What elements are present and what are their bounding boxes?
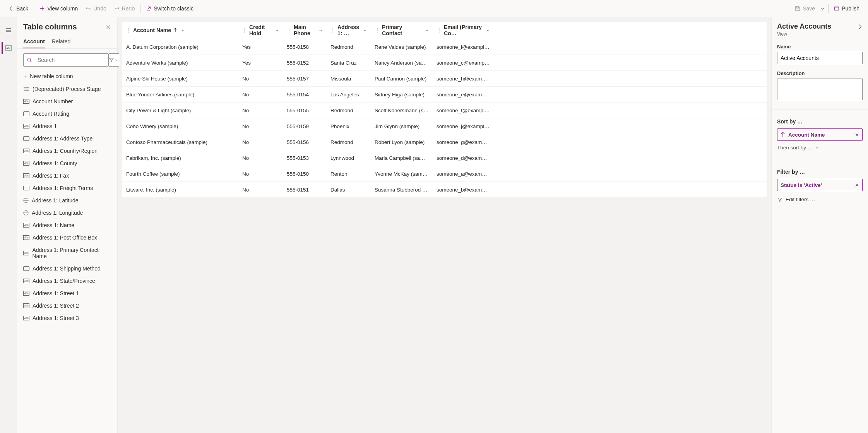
- column-item[interactable]: AbcAddress 1: Country/Region: [17, 145, 117, 157]
- table-cell: Alpine Ski House (sample): [122, 76, 238, 82]
- table-cell: 555-0157: [283, 76, 327, 82]
- list-type-icon: [23, 87, 29, 91]
- publish-button[interactable]: Publish: [830, 3, 863, 14]
- redo-button[interactable]: Redo: [110, 3, 139, 14]
- table-cell: City Power & Light (sample): [122, 108, 238, 113]
- table-cell: 555-0154: [283, 92, 327, 98]
- table-row[interactable]: Fabrikam, Inc. (sample)No555-0153Lynnwoo…: [122, 150, 767, 166]
- save-button[interactable]: Save: [791, 3, 819, 14]
- table-row[interactable]: Contoso Pharmaceuticals (sample)No555-01…: [122, 134, 767, 150]
- column-item[interactable]: AbcAddress 1: Street 1: [17, 287, 117, 300]
- view-column-button[interactable]: View column: [36, 3, 82, 14]
- expand-panel-button[interactable]: [857, 24, 863, 29]
- table-cell: No: [238, 108, 283, 113]
- filter-icon: [777, 197, 782, 202]
- column-item[interactable]: AbcAddress 1: Post Office Box: [17, 231, 117, 244]
- column-item[interactable]: AbcAddress 1: County: [17, 157, 117, 169]
- column-header[interactable]: ⋮Primary Contact: [371, 24, 433, 36]
- column-item-label: Address 1: Street 1: [33, 290, 79, 296]
- close-panel-button[interactable]: [106, 24, 111, 30]
- back-button[interactable]: Back: [5, 3, 32, 14]
- table-cell: Lynnwood: [327, 155, 371, 161]
- chevron-down-icon: [425, 28, 429, 33]
- column-item[interactable]: Account Rating: [17, 108, 117, 120]
- then-sort-label: Then sort by …: [777, 145, 813, 151]
- column-item[interactable]: Address 1: Longitude: [17, 207, 117, 219]
- column-item[interactable]: Address 1: Freight Terms: [17, 182, 117, 194]
- table-cell: Litware, Inc. (sample): [122, 187, 238, 193]
- back-label: Back: [16, 5, 28, 12]
- column-item[interactable]: AbcAccount Number: [17, 95, 117, 108]
- new-table-column-button[interactable]: + New table column: [17, 70, 117, 83]
- column-header[interactable]: ⋮Main Phone: [283, 24, 327, 36]
- table-cell: Blue Yonder Airlines (sample): [122, 92, 238, 98]
- column-item[interactable]: AbcAddress 1: Name: [17, 219, 117, 231]
- tab-account[interactable]: Account: [23, 35, 45, 48]
- undo-button[interactable]: Undo: [82, 3, 110, 14]
- save-dropdown-button[interactable]: [819, 4, 827, 13]
- switch-classic-label: Switch to classic: [154, 5, 193, 12]
- search-box[interactable]: [23, 53, 109, 67]
- filter-chip[interactable]: Status is 'Active': [777, 179, 863, 191]
- table-cell: Phoenix: [327, 123, 371, 129]
- column-item[interactable]: AbcAddress 1: Primary Contact Name: [17, 244, 117, 262]
- table-cell: Adventure Works (sample): [122, 60, 238, 66]
- table-cell: Fabrikam, Inc. (sample): [122, 155, 238, 161]
- column-list[interactable]: (Deprecated) Process StageAbcAccount Num…: [17, 83, 117, 433]
- column-item[interactable]: (Deprecated) Process Stage: [17, 83, 117, 95]
- table-cell: Paul Cannon (sample): [371, 76, 433, 82]
- table-cell: 555-0153: [283, 155, 327, 161]
- column-item[interactable]: AbcAddress 1: State/Province: [17, 275, 117, 287]
- undo-icon: [86, 6, 91, 11]
- column-item[interactable]: AbcAddress 1: [17, 120, 117, 132]
- switch-classic-button[interactable]: Switch to classic: [142, 3, 197, 14]
- table-row[interactable]: Alpine Ski House (sample)No555-0157Misso…: [122, 71, 767, 87]
- table-row[interactable]: Blue Yonder Airlines (sample)No555-0154L…: [122, 87, 767, 103]
- sort-chip[interactable]: Account Name: [777, 128, 863, 141]
- table-row[interactable]: Litware, Inc. (sample)No555-0151DallasSu…: [122, 182, 767, 198]
- table-cell: No: [238, 92, 283, 98]
- table-row[interactable]: Coho Winery (sample)No555-0159PhoenixJim…: [122, 118, 767, 134]
- search-input[interactable]: [34, 57, 108, 63]
- hamburger-button[interactable]: [2, 24, 15, 36]
- column-item[interactable]: AbcAddress 1: Street 3: [17, 312, 117, 324]
- publish-label: Publish: [842, 5, 859, 12]
- column-item[interactable]: Address 1: Address Type: [17, 132, 117, 145]
- name-input[interactable]: [777, 52, 863, 64]
- column-item[interactable]: Address 1: Shipping Method: [17, 262, 117, 275]
- separator: [140, 4, 140, 13]
- column-item-label: Address 1: Freight Terms: [33, 185, 93, 191]
- drag-handle-icon: ⋮: [330, 27, 335, 33]
- filter-by-label: Filter by …: [777, 169, 863, 175]
- tab-related[interactable]: Related: [52, 35, 70, 48]
- column-item-label: Address 1: State/Province: [33, 278, 95, 284]
- text-type-icon: Abc: [23, 149, 29, 153]
- column-header[interactable]: ⋮Account Name: [122, 27, 238, 33]
- table-row[interactable]: City Power & Light (sample)No555-0155Red…: [122, 103, 767, 118]
- edit-filters-button[interactable]: Edit filters …: [777, 197, 863, 202]
- column-header[interactable]: ⋮Credit Hold: [238, 24, 283, 36]
- text-type-icon: Abc: [23, 235, 29, 240]
- column-item-label: Address 1: County: [33, 160, 77, 166]
- option-type-icon: [23, 186, 29, 190]
- table-cell: someone_e@example.com: [433, 92, 494, 98]
- column-header[interactable]: ⋮Email (Primary Co…: [433, 24, 494, 36]
- column-item[interactable]: AbcAddress 1: Street 2: [17, 300, 117, 312]
- table-row[interactable]: Adventure Works (sample)Yes555-0152Santa…: [122, 55, 767, 71]
- left-rail: Abc: [0, 17, 17, 433]
- components-rail-button[interactable]: Abc: [2, 42, 14, 54]
- table-cell: Robert Lyon (sample): [371, 139, 433, 145]
- table-cell: 555-0156: [283, 139, 327, 145]
- table-row[interactable]: A. Datum Corporation (sample)Yes555-0158…: [122, 39, 767, 55]
- column-header[interactable]: ⋮Address 1: …: [327, 24, 371, 36]
- remove-filter-button[interactable]: [855, 183, 859, 187]
- name-label: Name: [777, 44, 863, 50]
- drag-handle-icon: ⋮: [287, 27, 291, 33]
- remove-sort-button[interactable]: [855, 133, 859, 137]
- description-input[interactable]: [777, 79, 863, 100]
- then-sort-by-button[interactable]: Then sort by …: [777, 145, 863, 151]
- grid-area: ⋮Account Name⋮Credit Hold⋮Main Phone⋮Add…: [118, 17, 771, 433]
- table-row[interactable]: Fourth Coffee (sample)No555-0150RentonYv…: [122, 166, 767, 182]
- column-item[interactable]: Address 1: Latitude: [17, 194, 117, 207]
- column-item[interactable]: AbcAddress 1: Fax: [17, 169, 117, 182]
